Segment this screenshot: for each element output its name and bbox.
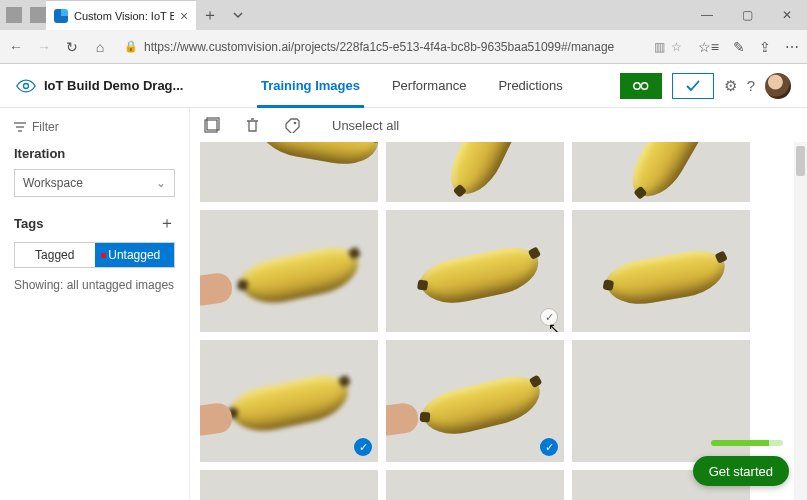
more-icon[interactable]: ⋯ bbox=[785, 39, 799, 55]
tab-training-images[interactable]: Training Images bbox=[259, 64, 362, 107]
help-icon[interactable]: ? bbox=[747, 77, 755, 94]
scrollbar-track[interactable] bbox=[794, 142, 807, 500]
image-thumb[interactable] bbox=[572, 142, 750, 202]
tab-performance[interactable]: Performance bbox=[390, 64, 468, 107]
sidebar: Filter Iteration Workspace ⌄ Tags ＋ Tagg… bbox=[0, 108, 190, 500]
iteration-value: Workspace bbox=[23, 176, 83, 190]
image-thumb[interactable] bbox=[200, 470, 378, 500]
toggle-untagged[interactable]: Untagged bbox=[95, 243, 175, 267]
unselect-all-button[interactable]: Unselect all bbox=[332, 118, 399, 133]
new-tab-button[interactable]: ＋ bbox=[196, 0, 224, 30]
indicator-dot-icon bbox=[101, 253, 106, 258]
project-name[interactable]: IoT Build Demo Drag... bbox=[44, 78, 204, 93]
filter-icon bbox=[14, 122, 26, 132]
content-area: Filter Iteration Workspace ⌄ Tags ＋ Tagg… bbox=[0, 108, 807, 500]
tab-predictions[interactable]: Predictions bbox=[496, 64, 564, 107]
scrollbar-thumb[interactable] bbox=[796, 146, 805, 176]
close-tab-icon[interactable]: × bbox=[180, 8, 188, 24]
image-thumb[interactable] bbox=[386, 470, 564, 500]
window-titlebar: Custom Vision: IoT Build × ＋ — ▢ ✕ bbox=[0, 0, 807, 30]
cursor-icon: ↖ bbox=[548, 320, 560, 332]
forward-button[interactable]: → bbox=[36, 39, 52, 55]
add-tag-button[interactable]: ＋ bbox=[159, 213, 175, 234]
image-thumb[interactable]: ✓ bbox=[200, 340, 378, 462]
pen-icon[interactable]: ✎ bbox=[733, 39, 745, 55]
favorites-hub-icon[interactable]: ☆≡ bbox=[698, 39, 719, 55]
favorite-icon[interactable]: ☆ bbox=[671, 40, 682, 54]
share-icon[interactable]: ⇪ bbox=[759, 39, 771, 55]
svg-point-5 bbox=[294, 121, 297, 124]
refresh-button[interactable]: ↻ bbox=[64, 39, 80, 55]
image-thumb[interactable] bbox=[200, 210, 378, 332]
selected-check-icon: ✓ bbox=[540, 438, 558, 456]
tab-list-button[interactable] bbox=[224, 0, 252, 30]
check-icon bbox=[685, 80, 701, 92]
showing-text: Showing: all untagged images bbox=[14, 278, 175, 292]
image-thumb[interactable] bbox=[386, 142, 564, 202]
tag-icon[interactable] bbox=[285, 118, 300, 133]
delete-icon[interactable] bbox=[246, 118, 259, 133]
iteration-title: Iteration bbox=[14, 146, 175, 161]
toggle-tagged[interactable]: Tagged bbox=[15, 243, 95, 267]
settings-icon[interactable]: ⚙ bbox=[724, 77, 737, 95]
reader-icon[interactable]: ▥ bbox=[654, 40, 665, 54]
tab-title: Custom Vision: IoT Build bbox=[74, 10, 174, 22]
upload-progress-bar bbox=[711, 440, 783, 446]
image-thumb[interactable] bbox=[200, 142, 378, 202]
chevron-down-icon: ⌄ bbox=[156, 176, 166, 190]
maximize-button[interactable]: ▢ bbox=[727, 0, 767, 30]
home-button[interactable]: ⌂ bbox=[92, 39, 108, 55]
url-box[interactable]: 🔒 ▥ ☆ bbox=[120, 38, 686, 56]
quick-test-button[interactable] bbox=[672, 73, 714, 99]
svg-point-1 bbox=[633, 82, 639, 88]
filter-header[interactable]: Filter bbox=[14, 120, 175, 134]
tag-filter-toggle: Tagged Untagged bbox=[14, 242, 175, 268]
tags-title: Tags bbox=[14, 216, 43, 231]
add-images-icon[interactable] bbox=[204, 117, 220, 133]
image-thumb[interactable] bbox=[572, 210, 750, 332]
lock-icon: 🔒 bbox=[124, 40, 138, 53]
url-input[interactable] bbox=[144, 40, 648, 54]
get-started-button[interactable]: Get started bbox=[693, 456, 789, 486]
app-header: IoT Build Demo Drag... Training Images P… bbox=[0, 64, 807, 108]
image-grid: ✓↖✓✓ bbox=[190, 142, 807, 500]
close-window-button[interactable]: ✕ bbox=[767, 0, 807, 30]
iteration-select[interactable]: Workspace ⌄ bbox=[14, 169, 175, 197]
customvision-logo-icon bbox=[16, 78, 36, 94]
image-thumb[interactable]: ✓↖ bbox=[386, 210, 564, 332]
svg-point-2 bbox=[641, 82, 647, 88]
nav-tabs: Training Images Performance Predictions bbox=[204, 64, 620, 107]
gears-icon bbox=[632, 80, 650, 92]
browser-tab[interactable]: Custom Vision: IoT Build × bbox=[46, 0, 196, 30]
filter-label: Filter bbox=[32, 120, 59, 134]
selected-check-icon: ✓ bbox=[354, 438, 372, 456]
address-bar: ← → ↻ ⌂ 🔒 ▥ ☆ ☆≡ ✎ ⇪ ⋯ bbox=[0, 30, 807, 64]
app-icon-2 bbox=[30, 7, 46, 23]
image-thumb[interactable]: ✓ bbox=[386, 340, 564, 462]
user-avatar[interactable] bbox=[765, 73, 791, 99]
grid-toolbar: Unselect all bbox=[190, 108, 807, 142]
app-icon-1 bbox=[6, 7, 22, 23]
back-button[interactable]: ← bbox=[8, 39, 24, 55]
favicon-icon bbox=[54, 9, 68, 23]
minimize-button[interactable]: — bbox=[687, 0, 727, 30]
svg-point-0 bbox=[24, 83, 29, 88]
train-button[interactable] bbox=[620, 73, 662, 99]
